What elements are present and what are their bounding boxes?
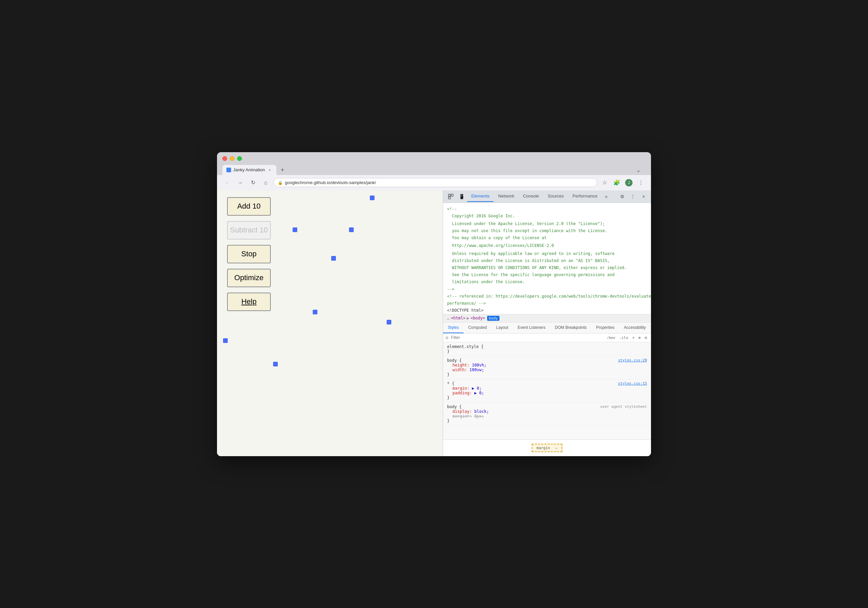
- css-prop-height: height: 100vh;: [447, 363, 647, 368]
- address-bar[interactable]: 🔒 googlechrome.github.io/devtools-sample…: [273, 178, 597, 187]
- code-comment-5: You may obtain a copy of the License at: [443, 234, 651, 242]
- css-selector-element-style: element.style {: [447, 344, 647, 349]
- css-block-element-style: element.style { }: [443, 342, 651, 356]
- sub-tabs: Styles Computed Layout Event Listeners D…: [443, 323, 651, 333]
- close-button[interactable]: [222, 156, 227, 161]
- css-selector-star: * { styles.css:15: [447, 381, 647, 386]
- active-tab[interactable]: Janky Animation ×: [222, 165, 276, 175]
- profile-button[interactable]: J: [624, 178, 634, 188]
- tab-close-button[interactable]: ×: [267, 167, 273, 173]
- svg-rect-2: [448, 197, 451, 199]
- code-link: http://www.apache.org/licenses/LICENSE-2…: [443, 242, 651, 249]
- more-tabs-button[interactable]: »: [603, 192, 610, 200]
- styles-panel: ⊟ :hov .cls + ⊕ ⊟ element.style { }: [443, 333, 651, 439]
- filter-input[interactable]: [451, 335, 602, 340]
- page-content: Add 10 Subtract 10 Stop Optimize Help: [217, 191, 443, 456]
- sub-tab-properties[interactable]: Properties: [592, 323, 619, 333]
- body-indicator: body: [487, 316, 499, 321]
- forward-button[interactable]: →: [235, 178, 245, 188]
- element-breadcrumb: … <html> ▶ <body> body: [443, 314, 651, 323]
- cls-filter-button[interactable]: .cls: [618, 335, 630, 341]
- maximize-button[interactable]: [237, 156, 242, 161]
- bookmark-button[interactable]: ☆: [600, 178, 609, 188]
- add-10-button[interactable]: Add 10: [227, 197, 271, 216]
- new-tab-button[interactable]: +: [278, 166, 287, 175]
- devtools-close-button[interactable]: ×: [639, 192, 648, 201]
- code-comment-6: Unless required by applicable law or agr…: [443, 250, 651, 257]
- home-button[interactable]: ⌂: [261, 178, 271, 188]
- float-square-3: [349, 227, 354, 232]
- css-selector-body-ua: body { user agent stylesheet: [447, 405, 647, 409]
- breadcrumb-body[interactable]: <body>: [471, 316, 485, 321]
- sub-tab-computed[interactable]: Computed: [463, 323, 491, 333]
- filter-icon: ⊟: [446, 335, 448, 340]
- code-comment-8: WITHOUT WARRANTIES OR CONDITIONS OF ANY …: [443, 264, 651, 271]
- window-controls-chevron[interactable]: ⌄: [634, 166, 643, 175]
- css-prop-width: width: 100vw;: [447, 368, 647, 372]
- tab-console[interactable]: Console: [519, 191, 543, 202]
- title-bar: Janky Animation × + ⌄: [217, 152, 651, 175]
- float-square-1: [370, 195, 375, 200]
- breadcrumb-html[interactable]: <html>: [451, 316, 465, 321]
- svg-rect-0: [448, 194, 451, 196]
- css-close-brace: }: [447, 349, 647, 354]
- filter-bar: ⊟ :hov .cls + ⊕ ⊟: [443, 333, 651, 342]
- code-comment-9: See the License for the specific languag…: [443, 271, 651, 278]
- sub-tab-styles[interactable]: Styles: [443, 323, 463, 333]
- extensions-button[interactable]: 🧩: [612, 178, 622, 188]
- css-source-ua: user agent stylesheet: [600, 405, 647, 409]
- code-comment-7: distributed under the License is distrib…: [443, 257, 651, 264]
- devtools-more-button[interactable]: ⋮: [628, 192, 637, 201]
- tab-bar: Janky Animation × + ⌄: [222, 165, 646, 175]
- css-source-1[interactable]: styles.css:20: [618, 358, 647, 363]
- float-square-2: [293, 227, 297, 232]
- css-close-brace-3: }: [447, 419, 647, 423]
- css-prop-display: display: block;: [447, 409, 647, 414]
- tab-title: Janky Animation: [233, 167, 265, 172]
- css-block-star: * { styles.css:15 margin: ▶ 0; padding: …: [443, 379, 651, 402]
- css-close-brace-1: }: [447, 372, 647, 377]
- toggle-sidebar-button[interactable]: ⊟: [643, 335, 648, 341]
- cursor-icon[interactable]: [446, 191, 456, 203]
- code-view: <!-- Copyright 2016 Google Inc. Licensed…: [443, 203, 651, 314]
- url-text: googlechrome.github.io/devtools-samples/…: [285, 180, 593, 185]
- sub-tab-event-listeners[interactable]: Event Listeners: [513, 323, 550, 333]
- refresh-button[interactable]: ↻: [248, 178, 258, 188]
- tab-elements[interactable]: Elements: [467, 191, 493, 202]
- box-model-area: margin –: [443, 439, 651, 456]
- devtools-settings-button[interactable]: ⚙: [617, 192, 627, 201]
- tab-network[interactable]: Network: [494, 191, 518, 202]
- lock-icon: 🔒: [278, 180, 283, 185]
- css-block-body-1: body { styles.css:20 height: 100vh; widt…: [443, 356, 651, 379]
- minimize-button[interactable]: [230, 156, 234, 161]
- subtract-10-button[interactable]: Subtract 10: [227, 221, 271, 239]
- css-close-brace-2: }: [447, 396, 647, 400]
- code-comment-2: Copyright 2016 Google Inc.: [443, 212, 651, 220]
- code-reference-1: <!-- referenced in: https://developers.g…: [443, 293, 651, 300]
- traffic-lights: [222, 156, 646, 161]
- css-prop-margin-ua: margin↱: 8px;: [447, 414, 647, 419]
- sub-tab-dom-breakpoints[interactable]: DOM Breakpoints: [550, 323, 592, 333]
- sub-tab-accessibility[interactable]: Accessibility: [619, 323, 650, 333]
- svg-rect-1: [451, 194, 453, 196]
- stop-button[interactable]: Stop: [227, 245, 271, 264]
- help-button[interactable]: Help: [227, 293, 271, 311]
- content-area: Add 10 Subtract 10 Stop Optimize Help: [217, 191, 651, 456]
- hover-filter-button[interactable]: :hov: [605, 335, 617, 341]
- tab-performance[interactable]: Performance: [568, 191, 601, 202]
- code-comment-3: Licensed under the Apache License, Versi…: [443, 220, 651, 227]
- tab-sources[interactable]: Sources: [544, 191, 568, 202]
- back-button[interactable]: ←: [222, 178, 232, 188]
- optimize-button[interactable]: Optimize: [227, 269, 271, 287]
- add-style-button[interactable]: +: [631, 335, 636, 341]
- new-rule-button[interactable]: ⊕: [637, 335, 642, 341]
- box-model-margin-label: margin: [536, 446, 550, 450]
- device-toggle-icon[interactable]: 📱: [457, 191, 467, 203]
- css-block-body-ua: body { user agent stylesheet display: bl…: [443, 402, 651, 426]
- float-square-5: [313, 310, 318, 315]
- css-source-2[interactable]: styles.css:15: [618, 381, 647, 386]
- float-square-7: [223, 338, 228, 343]
- sub-tab-layout[interactable]: Layout: [491, 323, 513, 333]
- more-menu-button[interactable]: ⋮: [636, 178, 646, 188]
- css-selector-body-1: body { styles.css:20: [447, 358, 647, 363]
